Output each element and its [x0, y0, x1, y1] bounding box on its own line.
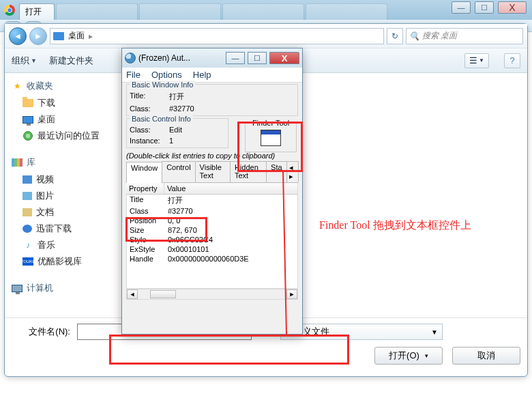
- dialog-sidebar: ★收藏夹 下载 桌面 最近访问的位置 库 视频 图片 文档 迅雷下载 ♪音乐 Y…: [5, 73, 128, 317]
- breadcrumb[interactable]: 桌面 ▸: [50, 28, 384, 44]
- table-row: Class#32770: [127, 206, 297, 216]
- filename-label: 文件名(N):: [12, 326, 70, 338]
- tab-more[interactable]: Sta: [266, 161, 287, 182]
- browser-tab-inactive[interactable]: [306, 3, 387, 20]
- scroll-thumb[interactable]: [150, 290, 176, 298]
- window-controls: — ☐ X: [452, 1, 527, 14]
- tab-hidden-text[interactable]: Hidden Text: [230, 161, 267, 182]
- star-icon: ★: [12, 81, 23, 91]
- sidebar-item-recent[interactable]: 最近访问的位置: [8, 128, 124, 144]
- sidebar-item-pictures[interactable]: 图片: [8, 188, 124, 204]
- browser-tab-inactive[interactable]: [222, 3, 304, 20]
- tab-title: 打开: [25, 7, 42, 16]
- search-icon: 🔍: [409, 31, 419, 41]
- computer-icon: [12, 283, 23, 293]
- tab-visible-text[interactable]: Visible Text: [195, 161, 231, 182]
- close-button[interactable]: X: [498, 1, 527, 14]
- finder-tool-group: Finder Tool: [245, 122, 297, 152]
- view-mode-button[interactable]: ☰▼: [464, 53, 489, 68]
- browser-tab-inactive[interactable]: [139, 3, 221, 20]
- split-chevron-icon: ▾: [425, 352, 428, 359]
- dialog-back-button[interactable]: ◄: [9, 27, 27, 45]
- table-row: Size872, 670: [127, 225, 297, 235]
- sidebar-item-videos[interactable]: 视频: [8, 171, 124, 188]
- sidebar-item-downloads[interactable]: 下载: [8, 95, 124, 111]
- header-property[interactable]: Property: [126, 183, 164, 194]
- autoit-minimize-button[interactable]: —: [226, 52, 245, 64]
- autoit-tabs: Window Control Visible Text Hidden Text …: [126, 161, 298, 183]
- tab-scroll[interactable]: ◂ ▸: [286, 161, 299, 182]
- tab-window[interactable]: Window: [126, 162, 162, 183]
- sidebar-item-documents[interactable]: 文档: [8, 204, 124, 221]
- sidebar-item-desktop[interactable]: 桌面: [8, 111, 124, 128]
- table-row: Style0x96CC02C4: [127, 235, 297, 244]
- chrome-icon: [4, 5, 15, 16]
- property-list[interactable]: Title打开 Class#32770 Position0, 0 Size872…: [126, 195, 298, 289]
- table-row: Position0, 0: [127, 216, 297, 225]
- youku-icon: YOUKU: [23, 257, 33, 266]
- bc-instance-value: 1: [169, 137, 173, 145]
- sidebar-group-libraries[interactable]: 库: [8, 154, 124, 171]
- bw-class-value: #32770: [169, 104, 194, 113]
- pictures-icon: [23, 192, 32, 200]
- scroll-right-button[interactable]: ►: [286, 289, 297, 299]
- header-value[interactable]: Value: [164, 183, 298, 194]
- dialog-forward-button[interactable]: ►: [29, 27, 47, 45]
- horizontal-scrollbar[interactable]: ◄ ►: [126, 289, 298, 300]
- breadcrumb-location: 桌面: [68, 30, 85, 42]
- help-icon: ?: [509, 55, 514, 66]
- search-placeholder: 搜索 桌面: [422, 30, 457, 42]
- cancel-button[interactable]: 取消: [452, 347, 520, 365]
- breadcrumb-sep-icon: ▸: [89, 31, 93, 41]
- sidebar-group-favorites[interactable]: ★收藏夹: [8, 77, 124, 95]
- sidebar-item-youku[interactable]: YOUKU优酷影视库: [8, 253, 124, 270]
- autoit-window-info: (Frozen) Aut... — ☐ X File Options Help …: [121, 48, 303, 335]
- sidebar-item-music[interactable]: ♪音乐: [8, 237, 124, 253]
- autoit-titlebar[interactable]: (Frozen) Aut... — ☐ X: [122, 48, 302, 68]
- search-input[interactable]: 🔍 搜索 桌面: [406, 28, 523, 44]
- autoit-icon: [125, 53, 136, 63]
- autoit-maximize-button[interactable]: ☐: [248, 52, 267, 64]
- table-row: ExStyle0x00010101: [127, 244, 297, 254]
- recent-icon: [23, 131, 33, 141]
- organize-button[interactable]: 组织▼: [12, 55, 37, 67]
- chevron-down-icon: ▼: [31, 57, 37, 64]
- sidebar-group-computer[interactable]: 计算机: [8, 279, 124, 297]
- help-button[interactable]: ?: [504, 53, 520, 68]
- browser-tab-inactive[interactable]: [56, 3, 138, 20]
- scroll-left-button[interactable]: ◄: [127, 289, 138, 299]
- music-icon: ♪: [23, 240, 33, 250]
- menu-help[interactable]: Help: [193, 70, 211, 80]
- menu-options[interactable]: Options: [151, 70, 182, 80]
- folder-icon: [23, 98, 33, 108]
- tab-control[interactable]: Control: [162, 161, 195, 182]
- chevron-down-icon: ▼: [479, 57, 484, 63]
- finder-tool-label: Finder Tool: [250, 119, 292, 127]
- property-list-header: Property Value: [126, 183, 298, 195]
- view-icon: ☰: [469, 55, 477, 66]
- table-row: Title打开: [127, 195, 297, 206]
- menu-file[interactable]: File: [126, 70, 141, 80]
- autoit-window-title: (Frozen) Aut...: [138, 53, 223, 63]
- video-icon: [23, 175, 32, 184]
- open-button[interactable]: 打开(O)▾: [374, 347, 443, 365]
- table-row: Handle0x00000000000060D3E: [127, 254, 297, 264]
- dialog-nav-bar: ◄ ► 桌面 ▸ ↻ 🔍 搜索 桌面: [5, 24, 527, 48]
- refresh-button[interactable]: ↻: [387, 28, 403, 44]
- chevron-down-icon: ▼: [431, 328, 438, 336]
- autoit-close-button[interactable]: X: [269, 52, 299, 64]
- maximize-button[interactable]: ☐: [475, 1, 494, 14]
- desktop-icon: [53, 32, 64, 40]
- browser-tab-active[interactable]: 打开: [19, 3, 55, 20]
- annotation-text: Finder Tool 拖拽到文本框控件上: [319, 218, 471, 233]
- thunder-icon: [23, 225, 32, 233]
- minimize-button[interactable]: —: [452, 1, 471, 14]
- group-basic-control-info: Basic Control Info Class:Edit Instance:1: [126, 118, 228, 148]
- bw-title-value: 打开: [169, 91, 184, 102]
- new-folder-button[interactable]: 新建文件夹: [49, 55, 93, 67]
- filetype-dropdown[interactable]: 自定义文件 ▼: [280, 324, 443, 340]
- library-icon: [12, 158, 23, 167]
- sidebar-item-xunlei[interactable]: 迅雷下载: [8, 221, 124, 237]
- documents-icon: [23, 208, 32, 216]
- finder-tool-target-icon[interactable]: [261, 130, 281, 146]
